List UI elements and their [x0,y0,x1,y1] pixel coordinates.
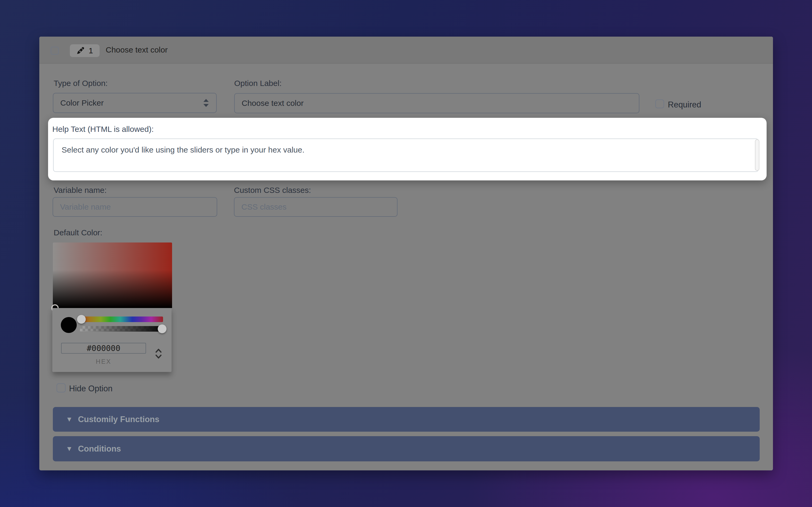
hide-option-label: Hide Option [69,384,113,393]
pen-nib-icon [77,47,85,55]
chevron-up-icon [155,348,162,353]
chevron-down-icon [155,354,162,359]
required-label: Required [668,100,701,110]
color-swatch [61,317,77,333]
help-text-textarea[interactable]: Select any color you'd like using the sl… [53,138,759,172]
hue-slider-handle[interactable] [77,315,86,324]
textarea-scrollbar-thumb[interactable] [755,139,759,171]
customily-functions-label: Customily Functions [78,415,160,424]
alpha-slider-handle[interactable] [158,325,166,333]
option-header: 1 Choose text color [39,37,773,64]
collapse-triangle-icon: ▼ [66,415,73,424]
type-of-option-label: Type of Option: [54,79,108,88]
variable-name-input[interactable] [53,197,217,217]
option-label-label: Option Label: [234,79,282,88]
required-checkbox[interactable] [655,100,664,108]
option-type-badge: 1 [70,44,100,57]
conditions-bar[interactable]: ▼ Conditions [53,436,760,461]
color-picker-panel: HEX [52,308,171,372]
custom-css-input[interactable] [234,197,398,217]
hex-value-input[interactable] [61,343,146,354]
collapse-triangle-icon: ▼ [66,445,73,453]
help-text-section: Help Text (HTML is allowed): Select any … [48,118,767,180]
customily-functions-bar[interactable]: ▼ Customily Functions [53,407,760,432]
type-of-option-select[interactable]: Color Picker [53,93,217,113]
hide-option-checkbox[interactable] [57,383,65,392]
alpha-slider[interactable] [80,326,164,332]
type-of-option-value: Color Picker [60,99,104,107]
format-stepper[interactable] [155,348,162,359]
saturation-area[interactable] [53,242,172,308]
variable-name-label: Variable name: [54,186,107,195]
hue-slider[interactable] [78,317,163,322]
color-format-label: HEX [61,358,146,365]
default-color-label: Default Color: [54,228,102,237]
option-editor-card: 1 Choose text color Type of Option: Colo… [39,37,773,470]
option-label-input[interactable] [234,93,640,113]
help-text-label: Help Text (HTML is allowed): [52,125,154,134]
option-body: Type of Option: Color Picker Option Labe… [39,64,773,470]
custom-css-label: Custom CSS classes: [234,186,311,195]
option-title: Choose text color [106,37,167,63]
select-caret-icon [203,99,209,107]
conditions-label: Conditions [78,444,121,454]
option-select-checkbox[interactable] [51,47,59,55]
option-number: 1 [89,46,93,55]
